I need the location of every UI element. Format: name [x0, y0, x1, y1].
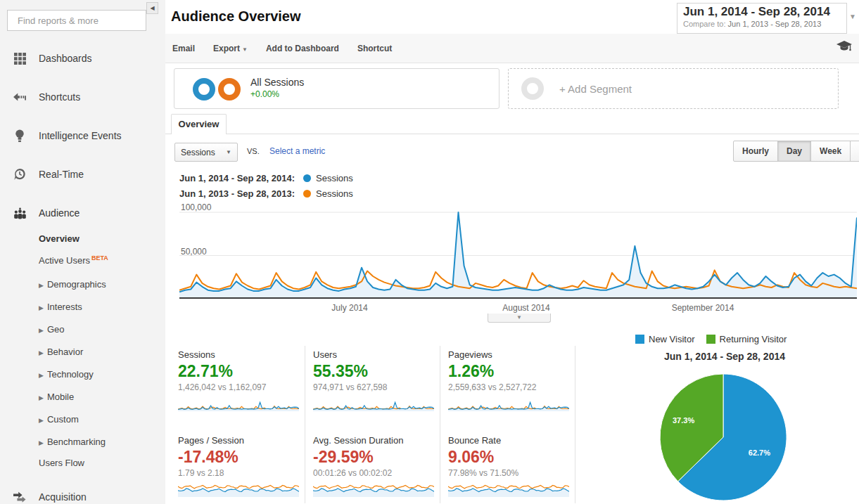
- legend-row-2014: Jun 1, 2014 - Sep 28, 2014: Sessions: [179, 173, 353, 183]
- sidebar-item-interests[interactable]: ▶Interests: [39, 302, 82, 312]
- main-content: Audience Overview Jun 1, 2014 - Sep 28, …: [165, 0, 859, 504]
- acquisition-arrows-icon: [13, 490, 27, 504]
- x-axis-label-september: September 2014: [661, 303, 745, 313]
- select-a-metric-link[interactable]: Select a metric: [269, 146, 325, 156]
- segment-donut-orange-icon: [218, 78, 241, 101]
- expand-arrow-icon: ▶: [39, 394, 44, 401]
- page-title: Audience Overview: [171, 8, 301, 25]
- expand-arrow-icon: ▶: [39, 349, 44, 356]
- x-axis-label-july: July 2014: [307, 303, 392, 313]
- sidebar-item-label: Intelligence Events: [39, 130, 122, 141]
- sparkline: [448, 395, 569, 412]
- legend-dot-blue-icon: [303, 174, 311, 182]
- legend-date-2014: Jun 1, 2014 - Sep 28, 2014:: [179, 173, 295, 183]
- tab-overview[interactable]: Overview: [171, 114, 227, 134]
- granularity-week-button[interactable]: Week: [810, 141, 851, 162]
- vs-label: vs.: [247, 147, 260, 155]
- sessions-over-time-chart: [179, 205, 857, 302]
- beta-badge: BETA: [91, 254, 108, 261]
- compare-range-text: Compare to: Jun 1, 2013 - Sep 28, 2013: [683, 20, 841, 28]
- y-axis-tick-100000: 100,000: [181, 202, 211, 212]
- sidebar-item-behavior[interactable]: ▶Behavior: [39, 347, 83, 357]
- card-divider: [575, 346, 575, 503]
- sidebar-item-label: Audience: [39, 207, 79, 219]
- sidebar-item-overview[interactable]: Overview: [39, 233, 79, 244]
- sidebar-item-audience[interactable]: Audience: [0, 204, 165, 222]
- sidebar-item-label: Acquisition: [39, 491, 87, 503]
- sparkline: [178, 481, 299, 498]
- card-divider: [440, 346, 440, 503]
- svg-text:62.7%: 62.7%: [749, 448, 770, 457]
- sidebar-item-users-flow[interactable]: Users Flow: [39, 458, 84, 468]
- metric-select[interactable]: Sessions ▼: [174, 143, 238, 162]
- sparkline: [313, 481, 434, 498]
- sidebar-item-label: Dashboards: [39, 53, 92, 64]
- legend-row-2013: Jun 1, 2013 - Sep 28, 2013: Sessions: [179, 188, 353, 199]
- sidebar-item-demographics[interactable]: ▶Demographics: [39, 279, 106, 290]
- sidebar-item-real-time[interactable]: Real-Time: [0, 165, 165, 183]
- add-segment-label: + Add Segment: [559, 83, 632, 95]
- chevron-down-icon: ▼: [226, 149, 231, 155]
- legend-square-green-icon: [706, 335, 715, 344]
- sidebar-item-benchmarking[interactable]: ▶Benchmarking: [39, 437, 106, 447]
- pie-legend-returning-visitor: Returning Visitor: [706, 334, 787, 344]
- add-segment-button[interactable]: + Add Segment: [508, 68, 839, 109]
- sidebar-item-intelligence-events[interactable]: Intelligence Events: [0, 127, 165, 145]
- audience-people-icon: [13, 206, 27, 220]
- chevron-down-icon: ▼: [516, 314, 522, 321]
- y-axis-tick-50000: 50,000: [181, 247, 207, 257]
- chart-drawer-toggle[interactable]: ▼: [488, 314, 551, 323]
- email-button[interactable]: Email: [172, 44, 195, 53]
- metric-select-value: Sessions: [181, 148, 215, 157]
- sidebar-item-mobile[interactable]: ▶Mobile: [39, 392, 74, 402]
- chevron-down-icon: ▼: [242, 46, 248, 53]
- all-sessions-segment[interactable]: All Sessions +0.00%: [174, 68, 500, 109]
- collapse-sidebar-button[interactable]: ◀: [146, 2, 158, 14]
- x-axis-label-august: August 2014: [484, 303, 568, 313]
- date-range-text: Jun 1, 2014 - Sep 28, 2014: [683, 5, 841, 19]
- shortcut-button[interactable]: Shortcut: [357, 44, 392, 53]
- sidebar-item-dashboards[interactable]: Dashboards: [0, 49, 165, 67]
- sidebar-item-acquisition[interactable]: Acquisition: [0, 488, 165, 504]
- add-to-dashboard-button[interactable]: Add to Dashboard: [266, 44, 339, 53]
- legend-dot-orange-icon: [303, 190, 311, 198]
- sidebar-item-geo[interactable]: ▶Geo: [39, 324, 65, 335]
- export-button[interactable]: Export▼: [213, 44, 248, 53]
- legend-date-2013: Jun 1, 2013 - Sep 28, 2013:: [179, 188, 295, 199]
- education-cap-icon[interactable]: [836, 41, 852, 55]
- segment-label: All Sessions: [250, 77, 304, 88]
- metric-card-pages-per-session: Pages / Session -17.48% 1.79 vs 2.18: [178, 435, 302, 503]
- card-divider: [305, 346, 305, 503]
- granularity-month-button[interactable]: Month: [850, 141, 859, 162]
- sparkline: [313, 395, 434, 412]
- metric-card-bounce-rate: Bounce Rate 9.06% 77.98% vs 71.50%: [448, 435, 572, 503]
- search-input[interactable]: [18, 15, 141, 26]
- collapse-arrow-icon: ◀: [150, 5, 154, 11]
- expand-arrow-icon: ▶: [39, 372, 44, 379]
- metric-card-avg-session-duration: Avg. Session Duration -29.59% 00:01:26 v…: [313, 435, 437, 503]
- legend-series-2014: Sessions: [316, 173, 353, 183]
- sidebar-item-active-users[interactable]: Active UsersBETA: [39, 254, 108, 266]
- granularity-hourly-button[interactable]: Hourly: [733, 141, 778, 162]
- search-box[interactable]: [7, 10, 146, 31]
- expand-arrow-icon: ▶: [39, 282, 44, 289]
- pie-legend: New Visitor Returning Visitor: [635, 334, 798, 344]
- report-toolbar: Email Export▼ Add to Dashboard Shortcut: [165, 34, 859, 63]
- sidebar-item-shortcuts[interactable]: Shortcuts: [0, 88, 165, 106]
- sidebar-item-custom[interactable]: ▶Custom: [39, 414, 79, 425]
- pie-title: Jun 1, 2014 - Sep 28, 2014: [633, 351, 816, 362]
- expand-arrow-icon: ▶: [39, 327, 44, 334]
- expand-arrow-icon: ▶: [39, 439, 44, 446]
- metric-card-pageviews: Pageviews 1.26% 2,559,633 vs 2,527,722: [448, 349, 572, 417]
- sidebar-item-technology[interactable]: ▶Technology: [39, 369, 94, 380]
- chevron-down-icon[interactable]: ▼: [849, 13, 856, 20]
- visitor-type-pie-chart: 62.7%37.3%: [658, 373, 788, 502]
- lightbulb-icon: [13, 129, 27, 143]
- date-range-selector[interactable]: Jun 1, 2014 - Sep 28, 2014 Compare to: J…: [677, 3, 847, 34]
- granularity-day-button[interactable]: Day: [777, 141, 811, 162]
- dashboards-grid-icon: [13, 51, 27, 65]
- segment-donut-blue-icon: [193, 78, 215, 101]
- shortcuts-arrow-icon: [13, 90, 27, 104]
- sparkline: [448, 481, 569, 498]
- legend-square-blue-icon: [635, 335, 644, 344]
